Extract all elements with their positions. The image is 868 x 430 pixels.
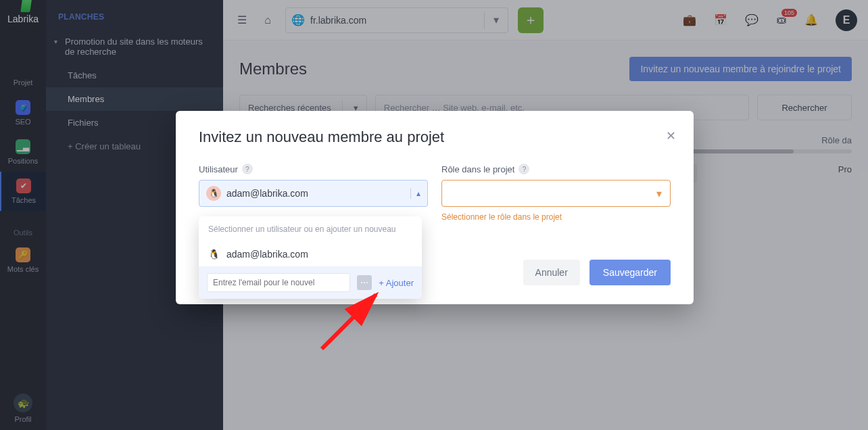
chevron-down-icon: ▾	[656, 187, 662, 200]
modal-title: Invitez un nouveau membre au projet	[199, 128, 671, 146]
role-label: Rôle dans le projet ?	[441, 164, 671, 174]
save-label: Sauvegarder	[603, 267, 657, 278]
save-button[interactable]: Sauvegarder	[589, 260, 671, 285]
dropdown-add-row: ⋯ + Ajouter	[199, 266, 422, 299]
new-user-email-input[interactable]	[207, 273, 350, 292]
more-icon[interactable]: ⋯	[357, 275, 372, 290]
add-user-label: + Ajouter	[379, 278, 414, 288]
role-column: Rôle dans le projet ? ▾ Sélectionner le …	[441, 164, 671, 222]
user-combobox[interactable]: 🐧 adam@labrika.com ▴	[199, 180, 428, 207]
close-icon[interactable]: ✕	[666, 128, 676, 143]
chevron-up-icon[interactable]: ▴	[416, 189, 420, 198]
role-label-text: Rôle dans le projet	[441, 164, 514, 174]
cancel-button[interactable]: Annuler	[523, 260, 580, 285]
help-icon[interactable]: ?	[242, 164, 253, 174]
user-value: adam@labrika.com	[226, 188, 411, 199]
invite-member-modal: Invitez un nouveau membre au projet ✕ Ut…	[176, 111, 694, 304]
dropdown-hint: Sélectionner un utilisateur ou en ajoute…	[199, 216, 422, 242]
user-dropdown: Sélectionner un utilisateur ou en ajoute…	[199, 216, 422, 299]
dropdown-item[interactable]: 🐧 adam@labrika.com	[199, 242, 422, 266]
form-row: Utilisateur ? 🐧 adam@labrika.com ▴ Sélec…	[199, 164, 671, 222]
help-icon[interactable]: ?	[519, 164, 529, 174]
role-error-message: Sélectionner le rôle dans le projet	[441, 212, 671, 222]
user-label: Utilisateur ?	[199, 164, 428, 174]
user-column: Utilisateur ? 🐧 adam@labrika.com ▴ Sélec…	[199, 164, 428, 222]
dropdown-item-label: adam@labrika.com	[226, 249, 308, 260]
cancel-label: Annuler	[535, 267, 568, 278]
user-avatar-small: 🐧	[208, 249, 220, 260]
user-avatar-small: 🐧	[206, 186, 221, 201]
user-label-text: Utilisateur	[199, 164, 238, 174]
role-select[interactable]: ▾	[441, 180, 671, 207]
add-user-link[interactable]: + Ajouter	[379, 278, 414, 288]
